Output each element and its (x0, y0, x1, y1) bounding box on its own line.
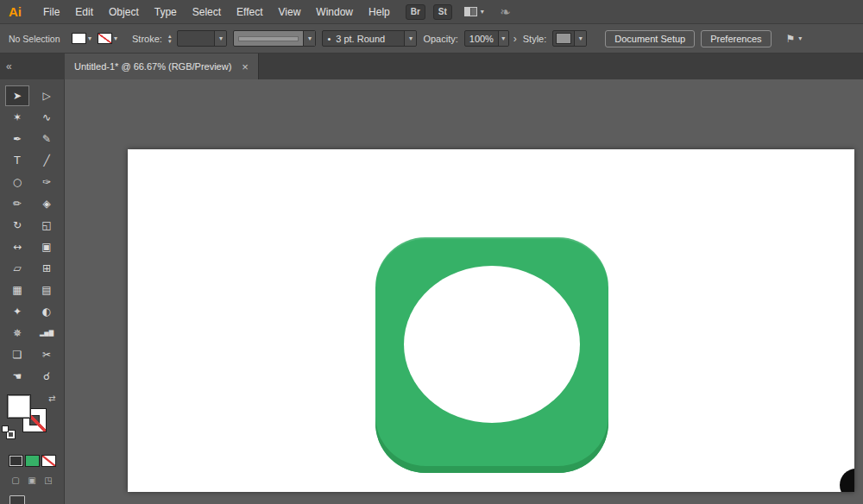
stroke-color-control[interactable]: ▾ (98, 33, 117, 44)
select-similar-button[interactable]: ⚑ ▾ (786, 33, 803, 45)
stroke-weight-stepper[interactable]: ▴ ▾ (168, 34, 172, 44)
eraser-tool[interactable]: ◈ (35, 194, 58, 213)
chevron-down-icon: ▾ (798, 35, 802, 42)
ellipse-tool[interactable]: ○ (6, 173, 28, 192)
draw-normal-mode[interactable]: ▢ (9, 474, 22, 486)
opacity-select[interactable]: 100% ▾ (464, 30, 509, 47)
bridge-button[interactable]: Br (406, 4, 425, 20)
rotate-tool[interactable]: ↻ (6, 216, 28, 235)
stepper-down-icon[interactable]: ▾ (168, 39, 172, 44)
uniform-profile-icon (238, 36, 299, 41)
menu-type[interactable]: Type (147, 6, 185, 18)
curvature-tool[interactable]: ✎ (35, 129, 58, 148)
menu-object[interactable]: Object (101, 6, 147, 18)
touch-workspace-icon[interactable]: ❧ (500, 4, 511, 20)
swap-fill-stroke-icon[interactable]: ⇄ (48, 394, 55, 403)
monitor-icon (9, 495, 25, 504)
menu-items: FileEditObjectTypeSelectEffectViewWindow… (35, 6, 398, 18)
fill-swatch[interactable] (72, 33, 86, 44)
draw-inside-mode[interactable]: ◳ (42, 474, 55, 486)
menu-window[interactable]: Window (308, 6, 361, 18)
stroke-weight-select[interactable]: ▾ (177, 30, 227, 47)
chevron-down-icon: ▾ (574, 31, 586, 46)
black-partial-shape[interactable] (840, 469, 854, 492)
default-fill-stroke-icon[interactable] (2, 425, 16, 439)
paintbrush-tool[interactable]: ✑ (35, 173, 58, 192)
brush-definition-select[interactable]: • 3 pt. Round ▾ (322, 30, 417, 47)
document-tab[interactable]: Untitled-1* @ 66.67% (RGB/Preview) × (65, 54, 259, 79)
gradient-tool[interactable]: ▤ (35, 280, 58, 299)
color-button[interactable] (9, 455, 23, 467)
width-tool[interactable]: ↔ (6, 237, 28, 256)
tab-title: Untitled-1* @ 66.67% (RGB/Preview) (74, 61, 231, 72)
brush-definition-value: • 3 pt. Round (323, 34, 404, 44)
menu-view[interactable]: View (271, 6, 309, 18)
menu-bar: Ai FileEditObjectTypeSelectEffectViewWin… (0, 0, 863, 24)
tools-panel: ➤▷✶∿✒✎T╱○✑✏◈↻◱↔▣▱⊞▦▤✦◐✵▂▅▇❏✂☚☌ ⇄ ▢▣◳ (0, 79, 65, 504)
shape-builder-tool[interactable]: ▱ (6, 259, 28, 278)
chevron-down-icon: ▾ (404, 31, 416, 46)
fill-indicator[interactable] (7, 394, 31, 419)
gradient-button[interactable] (25, 455, 40, 467)
menu-edit[interactable]: Edit (67, 6, 101, 18)
stroke-swatch[interactable] (98, 33, 112, 44)
draw-mode-row: ▢▣◳ (0, 474, 64, 486)
pencil-tool[interactable]: ✏ (6, 194, 28, 213)
canvas-area[interactable] (65, 79, 863, 504)
mesh-tool[interactable]: ▦ (6, 280, 28, 299)
zoom-tool[interactable]: ☌ (35, 367, 58, 386)
hand-tool[interactable]: ☚ (6, 367, 28, 386)
perspective-grid-tool[interactable]: ⊞ (35, 259, 58, 278)
symbol-sprayer-tool[interactable]: ✵ (6, 324, 28, 343)
artboard-tool[interactable]: ❏ (6, 345, 28, 364)
menu-file[interactable]: File (35, 6, 67, 18)
chevron-down-icon: ▾ (214, 31, 226, 46)
slice-tool[interactable]: ✂ (35, 345, 58, 364)
lasso-tool[interactable]: ∿ (35, 108, 58, 127)
illustrator-logo: Ai (9, 4, 22, 19)
direct-selection-tool[interactable]: ▷ (35, 86, 58, 105)
free-transform-tool[interactable]: ▣ (35, 237, 58, 256)
none-button[interactable] (41, 455, 56, 467)
draw-behind-mode[interactable]: ▣ (26, 474, 39, 486)
artboard[interactable] (128, 149, 854, 492)
chevron-down-icon: ▾ (114, 35, 117, 42)
type-tool[interactable]: T (6, 151, 28, 170)
brush-definition-text: 3 pt. Round (336, 34, 385, 44)
preferences-button[interactable]: Preferences (701, 30, 771, 47)
control-bar: No Selection ▾ ▾ Stroke: ▴ ▾ ▾ ▾ • 3 pt.… (0, 24, 863, 54)
opacity-panel-arrow-icon[interactable]: › (513, 33, 517, 45)
chevron-down-icon: ▾ (88, 35, 91, 42)
style-swatch (556, 33, 571, 44)
illustrator-window: Ai FileEditObjectTypeSelectEffectViewWin… (0, 0, 863, 504)
document-setup-button[interactable]: Document Setup (605, 30, 695, 47)
magic-wand-tool[interactable]: ✶ (6, 108, 28, 127)
menu-help[interactable]: Help (361, 6, 398, 18)
selection-tool[interactable]: ➤ (6, 86, 28, 105)
white-ellipse-shape[interactable] (404, 266, 580, 423)
pen-tool[interactable]: ✒ (6, 129, 28, 148)
width-profile-select[interactable]: ▾ (233, 30, 316, 47)
fill-color-control[interactable]: ▾ (72, 33, 91, 44)
selection-status: No Selection (9, 34, 66, 44)
eyedropper-tool[interactable]: ✦ (6, 302, 28, 321)
menu-effect[interactable]: Effect (229, 6, 270, 18)
style-select[interactable]: ▾ (552, 30, 587, 47)
fill-stroke-indicator: ⇄ (0, 393, 64, 443)
screen-mode-button[interactable] (0, 494, 64, 504)
brush-bullet-icon: • (327, 34, 331, 44)
chevron-down-icon: ▾ (303, 31, 315, 46)
column-graph-tool[interactable]: ▂▅▇ (35, 324, 58, 343)
close-tab-icon[interactable]: × (242, 61, 249, 72)
blend-tool[interactable]: ◐ (35, 302, 58, 321)
scale-tool[interactable]: ◱ (35, 216, 58, 235)
arrange-documents-button[interactable]: ▾ (464, 7, 484, 16)
line-segment-tool[interactable]: ╱ (35, 151, 58, 170)
stock-button[interactable]: St (433, 4, 452, 20)
green-rounded-square-shape[interactable] (375, 237, 608, 473)
tools-grid: ➤▷✶∿✒✎T╱○✑✏◈↻◱↔▣▱⊞▦▤✦◐✵▂▅▇❏✂☚☌ (0, 79, 64, 386)
arrange-documents-icon (464, 7, 477, 16)
tab-bar: « Untitled-1* @ 66.67% (RGB/Preview) × (0, 54, 863, 79)
collapse-panels-button[interactable]: « (0, 54, 65, 79)
menu-select[interactable]: Select (185, 6, 229, 18)
